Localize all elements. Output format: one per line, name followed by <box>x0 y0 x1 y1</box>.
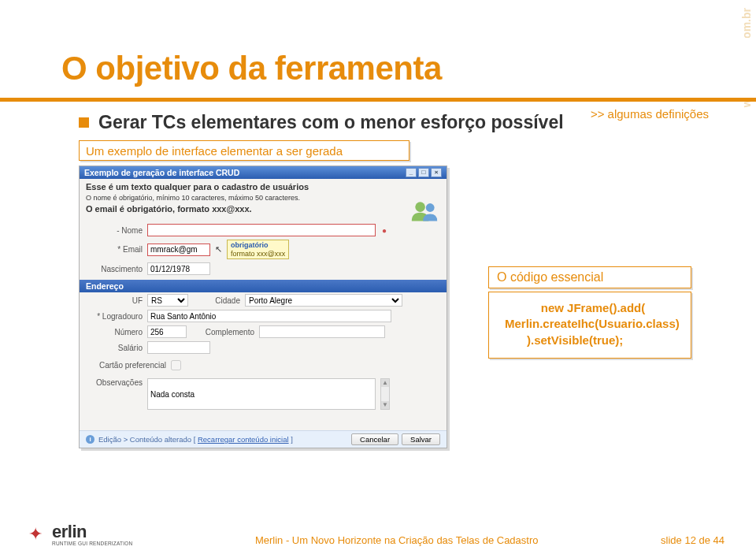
logo-name: erlin <box>52 522 87 542</box>
label-logradouro: * Logradouro <box>87 312 143 321</box>
crud-intro-line2: O email é obrigatório, formato xxx@xxx. <box>86 204 252 214</box>
crud-titlebar: Exemplo de geração de interface CRUD _ □… <box>80 166 447 179</box>
scrollbar-icon[interactable]: ▲▼ <box>380 378 390 410</box>
row-observacoes: Observações ▲▼ <box>80 377 447 411</box>
maximize-icon[interactable]: □ <box>418 168 429 177</box>
label-complemento: Complemento <box>191 328 254 336</box>
row-uf-cidade: UF RS Cidade Porto Alegre <box>80 292 447 308</box>
cancel-button[interactable]: Cancelar <box>351 433 398 445</box>
logo-tagline: RUNTIME GUI RENDERIZATION <box>52 541 132 546</box>
textarea-observacoes[interactable] <box>147 378 376 410</box>
row-nascimento: Nascimento <box>80 261 447 277</box>
svg-point-0 <box>415 202 425 212</box>
users-icon <box>410 199 439 223</box>
info-icon: i <box>86 435 94 444</box>
input-logradouro[interactable] <box>147 310 391 322</box>
label-nascimento: Nascimento <box>87 265 143 273</box>
svg-point-1 <box>426 203 435 212</box>
crud-intro-line1: O nome é obrigatório, mínimo 10 caracter… <box>86 194 300 202</box>
bullet-text: Gerar TCs elementares com o menor esforç… <box>98 112 564 133</box>
section-endereco: Endereço <box>80 280 447 292</box>
window-buttons: _ □ × <box>406 168 442 177</box>
select-uf[interactable]: RS <box>147 294 188 307</box>
slide-title: O objetivo da ferramenta <box>61 50 442 87</box>
wizard-icon: ✦ <box>28 526 49 546</box>
input-nascimento[interactable] <box>147 262 210 275</box>
status-tail: ] <box>291 435 293 444</box>
required-dot-icon: ● <box>382 226 387 235</box>
label-salario: Salário <box>87 344 143 352</box>
slide-title-band: O objetivo da ferramenta <box>0 38 756 99</box>
cursor-icon: ↖ <box>215 244 222 255</box>
label-cidade: Cidade <box>193 296 240 305</box>
footer-center-text: Merlin - Um Novo Horizonte na Criação da… <box>132 534 661 546</box>
label-uf: UF <box>87 296 143 305</box>
label-observacoes: Observações <box>87 378 143 387</box>
save-button[interactable]: Salvar <box>402 433 440 445</box>
status-text: Edição > Conteúdo alterado [ <box>98 435 195 444</box>
crud-intro: Esse é um texto qualquer para o cadastro… <box>80 179 447 216</box>
status-reload-link[interactable]: Recarregar conteúdo inicial <box>198 435 289 444</box>
input-email[interactable] <box>147 244 210 256</box>
close-icon[interactable]: × <box>431 168 442 177</box>
slide-counter: slide 12 de 44 <box>661 534 724 546</box>
row-salario: Salário <box>80 340 447 355</box>
code-line-2: Merlin.createIhc(Usuario.class) <box>505 316 681 332</box>
merlin-logo: ✦ erlin RUNTIME GUI RENDERIZATION <box>28 522 132 546</box>
input-nome[interactable] <box>147 224 376 236</box>
bullet-row: Gerar TCs elementares com o menor esforç… <box>79 112 564 133</box>
crud-window-title: Exemplo de geração de interface CRUD <box>84 168 239 177</box>
label-cartao: Cartão preferencial <box>87 361 166 370</box>
email-tooltip: obrigatório formato xxx@xxx <box>227 240 289 259</box>
crud-window: Exemplo de geração de interface CRUD _ □… <box>79 165 447 448</box>
tooltip-title: obrigatório <box>231 241 285 249</box>
label-numero: Número <box>87 328 143 336</box>
crud-intro-bold: Esse é um texto qualquer para o cadastro… <box>86 182 309 191</box>
row-email: * Email ↖ obrigatório formato xxx@xxx <box>80 238 447 261</box>
row-numero-compl: Número Complemento <box>80 324 447 340</box>
bullet-square-icon <box>79 117 89 128</box>
row-nome: - Nome ● <box>80 222 447 238</box>
code-line-3: ).setVisible(true); <box>505 333 681 348</box>
row-logradouro: * Logradouro <box>80 308 447 324</box>
label-nome: - Nome <box>87 226 143 235</box>
code-box: new JFrame().add( Merlin.createIhc(Usuar… <box>488 292 691 359</box>
example-caption-box: Um exemplo de interface elementar a ser … <box>79 140 410 161</box>
label-email: * Email <box>87 245 143 254</box>
input-salario[interactable] <box>147 341 210 354</box>
slide-footer: ✦ erlin RUNTIME GUI RENDERIZATION Merlin… <box>0 514 756 554</box>
minimize-icon[interactable]: _ <box>406 168 417 177</box>
tooltip-body: formato xxx@xxx <box>231 250 285 258</box>
title-underline <box>0 98 756 102</box>
checkbox-cartao <box>171 360 181 370</box>
row-cartao: Cartão preferencial <box>80 359 447 372</box>
input-numero[interactable] <box>147 325 187 338</box>
select-cidade[interactable]: Porto Alegre <box>245 294 402 307</box>
code-caption-box: O código essencial <box>488 266 691 288</box>
subtitle-right: >> algumas definições <box>591 107 709 121</box>
input-complemento[interactable] <box>259 325 385 338</box>
code-line-1: new JFrame().add( <box>505 300 681 316</box>
crud-statusbar: i Edição > Conteúdo alterado [ Recarrega… <box>80 430 447 448</box>
